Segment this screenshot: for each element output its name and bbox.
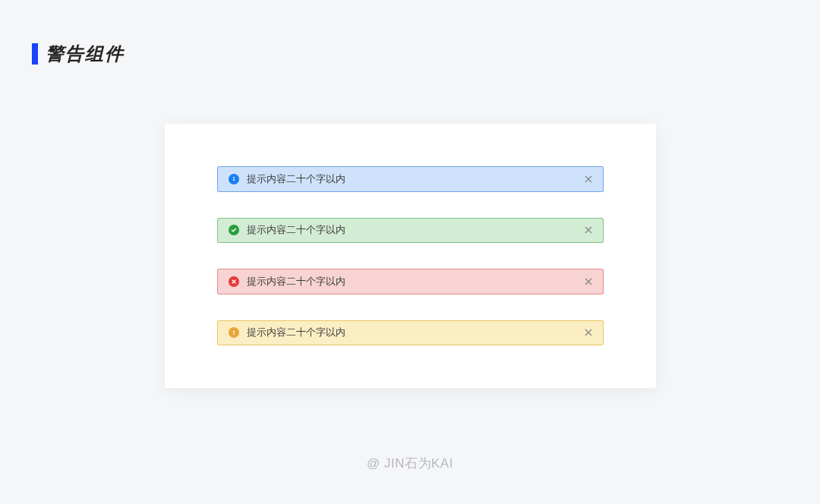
success-icon bbox=[229, 225, 239, 235]
header-accent-bar bbox=[32, 43, 38, 65]
svg-point-0 bbox=[233, 177, 235, 178]
warning-icon bbox=[229, 327, 239, 338]
alert-text: 提示内容二十个字以内 bbox=[247, 223, 345, 237]
info-icon bbox=[229, 174, 239, 184]
watermark: @ JIN石为KAI bbox=[367, 455, 453, 472]
alert-error: 提示内容二十个字以内 bbox=[217, 269, 604, 295]
svg-rect-1 bbox=[233, 178, 235, 181]
close-icon[interactable] bbox=[583, 276, 594, 287]
error-icon bbox=[229, 276, 239, 287]
page-header: 警告组件 bbox=[32, 42, 125, 66]
alert-text: 提示内容二十个字以内 bbox=[247, 172, 345, 186]
alert-text: 提示内容二十个字以内 bbox=[247, 275, 345, 288]
close-icon[interactable] bbox=[583, 327, 594, 338]
alert-success: 提示内容二十个字以内 bbox=[217, 218, 604, 244]
close-icon[interactable] bbox=[583, 225, 594, 235]
alerts-card: 提示内容二十个字以内 提示内容二十个字以内 提示内容二十个字以内 提示内容二十个… bbox=[165, 124, 656, 388]
alert-warning: 提示内容二十个字以内 bbox=[217, 320, 604, 346]
close-icon[interactable] bbox=[583, 174, 594, 184]
page-title: 警告组件 bbox=[46, 42, 125, 66]
alert-info: 提示内容二十个字以内 bbox=[217, 166, 604, 192]
svg-rect-10 bbox=[233, 331, 235, 333]
alert-text: 提示内容二十个字以内 bbox=[247, 326, 345, 339]
svg-point-11 bbox=[233, 334, 235, 335]
